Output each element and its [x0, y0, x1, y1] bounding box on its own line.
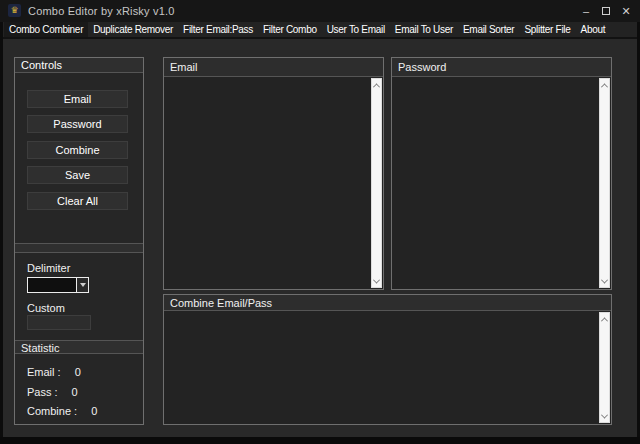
email-scrollbar[interactable] [371, 78, 382, 288]
close-button[interactable]: ✕ [616, 0, 636, 22]
statistic-panel-title: Statistic [15, 340, 143, 354]
close-icon: ✕ [621, 5, 630, 18]
tab-about[interactable]: About [576, 22, 611, 37]
stat-row-pass: Pass : 0 [27, 386, 78, 398]
email-button[interactable]: Email [27, 90, 128, 108]
minimize-icon: – [583, 5, 589, 17]
scroll-up-icon[interactable] [372, 79, 381, 91]
chevron-down-icon [80, 283, 86, 287]
controls-panel: Controls Email Password Combine Save Cle… [14, 57, 144, 425]
email-panel: Email [163, 57, 384, 290]
titlebar: ♛ Combo Editor by xRisky v1.0 – ✕ [0, 0, 640, 22]
delimiter-dropdown-button[interactable] [76, 278, 88, 292]
stat-email-value: 0 [75, 366, 81, 378]
maximize-icon [602, 7, 610, 15]
password-scrollbar[interactable] [599, 78, 610, 288]
controls-panel-title: Controls [15, 58, 143, 73]
save-button[interactable]: Save [27, 166, 128, 184]
scroll-up-icon[interactable] [600, 313, 609, 325]
password-textarea[interactable] [393, 78, 598, 288]
email-panel-title: Email [164, 58, 383, 77]
delimiter-selected-value [28, 278, 76, 292]
combine-panel-title: Combine Email/Pass [164, 295, 611, 311]
combine-textarea-wrap [164, 311, 611, 424]
email-textarea-wrap [164, 77, 383, 289]
stat-row-email: Email : 0 [27, 366, 81, 378]
password-panel-title: Password [392, 58, 611, 77]
window-border-bottom [0, 437, 640, 444]
app-icon: ♛ [8, 4, 21, 17]
stat-pass-value: 0 [72, 386, 78, 398]
tab-combo-combiner[interactable]: Combo Combiner [4, 22, 88, 37]
stat-combine-value: 0 [91, 405, 97, 417]
delimiter-label: Delimiter [27, 262, 70, 274]
clear-all-button[interactable]: Clear All [27, 192, 128, 210]
stat-email-label: Email : [27, 366, 61, 378]
custom-label: Custom [27, 302, 65, 314]
tab-splitter-file[interactable]: Splitter File [519, 22, 575, 37]
scroll-down-icon[interactable] [372, 275, 381, 287]
tab-email-sorter[interactable]: Email Sorter [458, 22, 519, 37]
password-button[interactable]: Password [27, 115, 128, 133]
window-controls: – ✕ [576, 0, 636, 22]
section-divider [15, 243, 143, 253]
combine-panel: Combine Email/Pass [163, 294, 612, 425]
window-title: Combo Editor by xRisky v1.0 [28, 0, 175, 22]
minimize-button[interactable]: – [576, 0, 596, 22]
scroll-down-icon[interactable] [600, 275, 609, 287]
tab-email-to-user[interactable]: Email To User [390, 22, 458, 37]
stat-pass-label: Pass : [27, 386, 58, 398]
combine-textarea[interactable] [165, 312, 598, 423]
password-textarea-wrap [392, 77, 611, 289]
delimiter-select[interactable] [27, 277, 89, 293]
custom-delimiter-input[interactable] [27, 315, 91, 330]
tab-filter-combo[interactable]: Filter Combo [258, 22, 322, 37]
combine-scrollbar[interactable] [599, 312, 610, 423]
tab-duplicate-remover[interactable]: Duplicate Remover [88, 22, 178, 37]
email-textarea[interactable] [165, 78, 370, 288]
scroll-down-icon[interactable] [600, 410, 609, 422]
combine-button[interactable]: Combine [27, 141, 128, 159]
stat-row-combine: Combine : 0 [27, 405, 97, 417]
tab-filter-email-pass[interactable]: Filter Email:Pass [178, 22, 258, 37]
tab-bar: Combo Combiner Duplicate Remover Filter … [0, 22, 640, 37]
stat-combine-label: Combine : [27, 405, 77, 417]
scroll-up-icon[interactable] [600, 79, 609, 91]
tab-user-to-email[interactable]: User To Email [322, 22, 390, 37]
password-panel: Password [391, 57, 612, 290]
maximize-button[interactable] [596, 0, 616, 22]
window-border-left [0, 22, 3, 444]
